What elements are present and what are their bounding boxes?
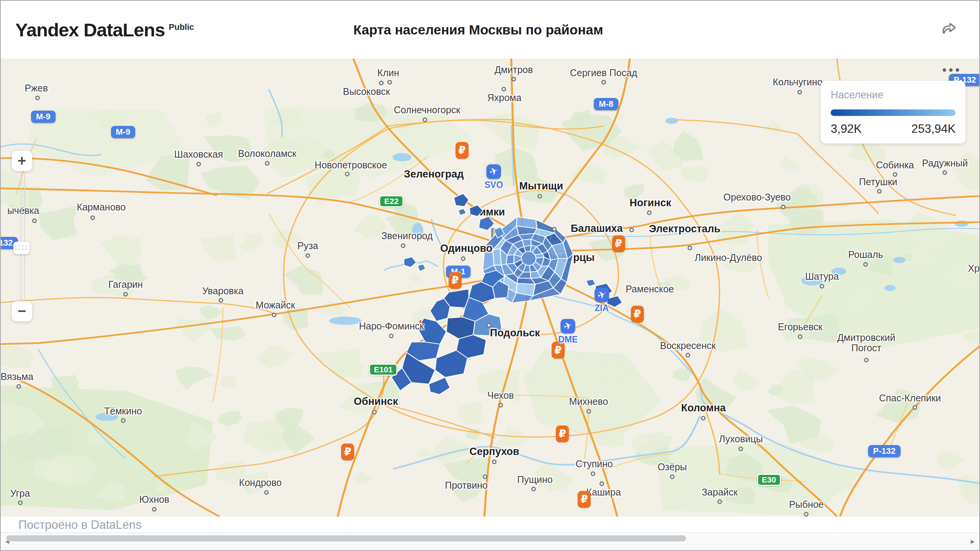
- city-dot: [345, 172, 350, 176]
- city-dot: [701, 416, 706, 421]
- city-dot: [152, 507, 157, 512]
- city-dot: [913, 405, 917, 410]
- city-dot: [601, 80, 606, 85]
- city-label: Михнево: [569, 397, 608, 408]
- city-dot: [591, 471, 595, 476]
- city-label: Можайск: [256, 300, 295, 311]
- city-dot: [686, 353, 690, 357]
- city-dot: [531, 487, 536, 491]
- city-dot: [864, 358, 869, 362]
- district-polygon[interactable]: [469, 205, 483, 217]
- zoom-in-button[interactable]: +: [12, 151, 32, 171]
- city-label: Шаховская: [174, 149, 223, 160]
- city-dot: [487, 323, 491, 328]
- scrollbar-thumb[interactable]: [6, 535, 686, 541]
- city-label: Гагарин: [108, 280, 143, 290]
- district-polygon[interactable]: [586, 279, 595, 287]
- district-polygon[interactable]: [454, 194, 469, 207]
- city-dot: [893, 172, 897, 177]
- city-label: Новопетровское: [315, 160, 387, 171]
- city-label: Вязьма: [1, 372, 33, 383]
- toll-road-icon: ₽: [449, 272, 462, 289]
- city-label: Ногинск: [630, 197, 671, 209]
- built-in-datalens-label: Построено в DataLens: [18, 518, 142, 532]
- city-label: Коломна: [681, 403, 726, 414]
- city-dot: [647, 210, 652, 215]
- airport-code-label: DME: [558, 334, 578, 344]
- map-options-menu-icon[interactable]: [942, 68, 959, 72]
- city-dot: [90, 215, 95, 220]
- city-dot: [483, 474, 487, 479]
- city-label: Высоковск: [343, 86, 390, 97]
- horizontal-scrollbar[interactable]: ◄ ►: [1, 532, 979, 551]
- yandex-datalens-logo[interactable]: Yandex DataLensPublic: [15, 19, 194, 41]
- city-dot: [586, 409, 591, 414]
- zoom-slider-handle[interactable]: [13, 242, 29, 254]
- city-label: Мытищи: [519, 181, 563, 192]
- airport-DME: ✈DME: [558, 319, 578, 344]
- city-label: Рыбное: [789, 499, 824, 510]
- city-label: Кольчугино: [773, 77, 823, 88]
- district-polygon[interactable]: [435, 350, 468, 378]
- city-dot: [461, 256, 466, 261]
- city-label: Волоколамск: [238, 149, 297, 160]
- city-label: Воскресенск: [660, 341, 715, 351]
- city-label: Подольск: [490, 328, 540, 339]
- city-dot: [305, 253, 310, 258]
- city-dot: [781, 205, 786, 209]
- road-sign-green: Е22: [379, 195, 403, 207]
- city-dot: [537, 194, 542, 199]
- district-polygon[interactable]: [418, 264, 426, 272]
- city-dot: [798, 334, 802, 339]
- city-dot: [511, 77, 516, 82]
- city-dot: [18, 500, 23, 505]
- legend-gradient-bar: [831, 109, 956, 116]
- district-polygon[interactable]: [429, 377, 450, 395]
- airport-code-label: ZIA: [595, 303, 609, 313]
- city-label: Клин: [377, 68, 399, 78]
- city-label: Протвино: [445, 480, 488, 491]
- city-dot: [372, 410, 377, 414]
- district-polygon[interactable]: [458, 209, 466, 215]
- toll-road-icon: ₽: [456, 142, 469, 159]
- city-label: Спас-Клепики: [879, 393, 941, 404]
- city-label: Электросталь: [649, 224, 720, 235]
- scroll-right-arrow[interactable]: ►: [967, 533, 978, 551]
- district-polygon[interactable]: [522, 239, 531, 247]
- share-button[interactable]: [938, 19, 960, 41]
- zoom-slider-track[interactable]: [21, 172, 25, 303]
- city-label: Раменское: [626, 284, 674, 295]
- public-badge: Public: [169, 22, 194, 32]
- city-label: Яхрома: [487, 93, 521, 103]
- city-label: Хру: [968, 263, 979, 274]
- district-polygon[interactable]: [404, 257, 416, 267]
- city-dot: [804, 512, 808, 517]
- plane-icon: ✈: [487, 164, 501, 179]
- district-polygon[interactable]: [479, 217, 495, 231]
- city-dot: [688, 246, 692, 250]
- airport-ZIA: ✈ZIA: [595, 288, 609, 313]
- city-label: Звенигород: [381, 231, 433, 242]
- city-dot: [16, 384, 21, 389]
- city-dot: [552, 227, 557, 231]
- city-dot: [717, 499, 722, 504]
- city-dot: [629, 228, 634, 232]
- road-sign-blue: М-9: [111, 126, 136, 138]
- city-dot: [379, 81, 384, 85]
- city-dot: [265, 161, 270, 166]
- city-label: Карманово: [77, 202, 126, 213]
- city-label: Угра: [10, 488, 30, 499]
- page-title: Карта населения Москвы по районам: [353, 22, 603, 37]
- road-sign-green: Е101: [369, 364, 398, 376]
- toll-road-icon: ₽: [341, 443, 354, 460]
- city-label: Серпухов: [469, 446, 519, 458]
- city-dot: [797, 90, 802, 95]
- city-dot: [877, 189, 882, 194]
- city-label: Руза: [297, 241, 318, 252]
- zoom-out-button[interactable]: −: [12, 301, 32, 321]
- road-sign-green: Е30: [757, 474, 781, 486]
- city-label: Радужный: [922, 158, 968, 169]
- city-label: Ступино: [575, 459, 613, 470]
- plane-icon: ✈: [561, 319, 575, 333]
- district-polygon[interactable]: [607, 296, 622, 307]
